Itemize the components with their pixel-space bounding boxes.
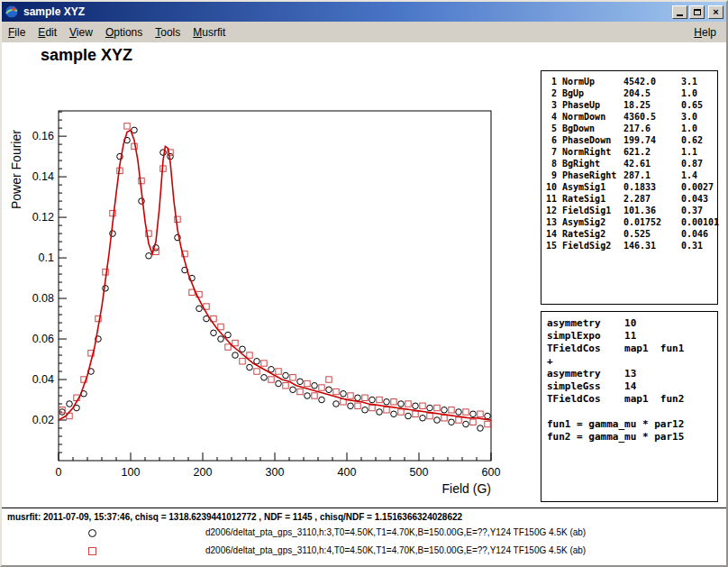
svg-text:200: 200 bbox=[194, 466, 213, 479]
menu-edit[interactable]: Edit bbox=[32, 23, 63, 42]
theory-line: asymmetry 13 bbox=[547, 368, 717, 380]
menu-file[interactable]: File bbox=[2, 23, 32, 42]
svg-text:0.14: 0.14 bbox=[32, 170, 54, 183]
param-row: 8BgRight42.610.87 bbox=[544, 158, 717, 169]
svg-text:400: 400 bbox=[338, 466, 357, 479]
legend-item: d2006/deltat_pta_gps_3110,h:4,T0=4.50K,T… bbox=[2, 544, 726, 558]
status-line: musrfit: 2011-07-09, 15:37:46, chisq = 1… bbox=[7, 512, 462, 522]
svg-text:Power Fourier: Power Fourier bbox=[9, 130, 23, 209]
maximize-icon bbox=[694, 9, 701, 15]
legend-label: d2006/deltat_pta_gps_3110,h:3,T0=4.50K,T… bbox=[205, 527, 586, 537]
param-row: 1NormUp4542.03.1 bbox=[544, 76, 717, 87]
theory-line: fun2 = gamma_mu * par15 bbox=[547, 431, 717, 444]
theory-line: simpleGss 14 bbox=[547, 380, 717, 393]
minimize-button[interactable] bbox=[672, 5, 687, 19]
param-row: 9PhaseRight287.11.4 bbox=[544, 169, 717, 181]
param-row: 13AsymSig20.017520.00101 bbox=[544, 216, 717, 228]
svg-text:300: 300 bbox=[266, 466, 285, 479]
title-bar[interactable]: sample XYZ × bbox=[2, 2, 726, 22]
plot-svg[interactable]: 01002003004005006000.020.040.060.080.10.… bbox=[7, 45, 534, 507]
menu-musrfit[interactable]: Musrfit bbox=[187, 23, 232, 42]
svg-text:0.08: 0.08 bbox=[32, 292, 54, 305]
param-row: 14RateSig20.5250.046 bbox=[544, 228, 717, 240]
param-row: 4NormDown4360.53.0 bbox=[544, 111, 717, 123]
param-row: 6PhaseDown199.740.62 bbox=[544, 134, 717, 146]
app-icon bbox=[5, 5, 19, 19]
theory-line bbox=[547, 406, 717, 418]
theory-line: TFieldCos map1 fun2 bbox=[547, 393, 717, 406]
window-controls: × bbox=[672, 5, 723, 19]
window-title: sample XYZ bbox=[23, 5, 672, 18]
svg-text:0.06: 0.06 bbox=[32, 333, 54, 345]
param-row: 11RateSig12.2870.043 bbox=[544, 193, 717, 205]
svg-text:0: 0 bbox=[56, 466, 62, 479]
minimize-icon bbox=[677, 14, 683, 16]
close-button[interactable]: × bbox=[708, 5, 723, 19]
param-row: 2BgUp204.51.0 bbox=[544, 87, 717, 99]
param-rows: 1NormUp4542.03.12BgUp204.51.03PhaseUp18.… bbox=[544, 76, 717, 251]
maximize-button[interactable] bbox=[689, 5, 705, 19]
param-row: 5BgDown217.61.0 bbox=[544, 123, 717, 134]
param-row: 12FieldSig1101.360.37 bbox=[544, 205, 717, 216]
svg-text:100: 100 bbox=[122, 466, 141, 479]
menu-tools[interactable]: Tools bbox=[149, 23, 187, 42]
close-icon: × bbox=[713, 7, 718, 17]
theory-line: fun1 = gamma_mu * par12 bbox=[547, 418, 717, 431]
svg-text:Field (G): Field (G) bbox=[442, 481, 491, 496]
svg-text:0.16: 0.16 bbox=[32, 130, 54, 142]
menu-bar: FileEditViewOptionsToolsMusrfit Help bbox=[2, 22, 726, 43]
menu-bar-items: FileEditViewOptionsToolsMusrfit bbox=[2, 23, 687, 42]
theory-line: + bbox=[547, 355, 717, 368]
theory-line: asymmetry 10 bbox=[547, 317, 717, 330]
svg-text:500: 500 bbox=[410, 466, 429, 479]
parameter-box: 1NormUp4542.03.12BgUp204.51.03PhaseUp18.… bbox=[541, 70, 718, 305]
svg-text:0.04: 0.04 bbox=[32, 373, 54, 386]
app-window: sample XYZ × FileEditViewOptionsToolsMus… bbox=[0, 0, 728, 567]
svg-text:0.1: 0.1 bbox=[39, 251, 54, 264]
param-row: 7NormRight621.21.1 bbox=[544, 146, 717, 158]
svg-text:0.12: 0.12 bbox=[32, 211, 54, 224]
menu-view[interactable]: View bbox=[63, 23, 99, 42]
square-marker-icon bbox=[88, 547, 96, 555]
theory-box: asymmetry 10simplExpo 11TFieldCos map1 f… bbox=[541, 311, 718, 502]
param-row: 3PhaseUp18.250.65 bbox=[544, 99, 717, 111]
legend-label: d2006/deltat_pta_gps_3110,h:4,T0=4.50K,T… bbox=[205, 545, 586, 555]
svg-text:0.02: 0.02 bbox=[32, 414, 54, 426]
legend-item: d2006/deltat_pta_gps_3110,h:3,T0=4.50K,T… bbox=[2, 526, 726, 540]
plot-canvas: sample XYZ 01002003004005006000.020.040.… bbox=[2, 42, 726, 565]
menu-help[interactable]: Help bbox=[687, 23, 723, 42]
menu-bar-right: Help bbox=[687, 23, 723, 42]
circle-marker-icon bbox=[88, 529, 96, 537]
separator-line bbox=[2, 508, 726, 508]
menu-options[interactable]: Options bbox=[99, 23, 149, 42]
theory-line: simplExpo 11 bbox=[547, 330, 717, 343]
param-row: 15FieldSig2146.310.31 bbox=[544, 240, 717, 251]
param-row: 10AsymSig10.18330.0027 bbox=[544, 181, 717, 193]
theory-line: TFieldCos map1 fun1 bbox=[547, 343, 717, 355]
svg-text:600: 600 bbox=[482, 466, 501, 479]
